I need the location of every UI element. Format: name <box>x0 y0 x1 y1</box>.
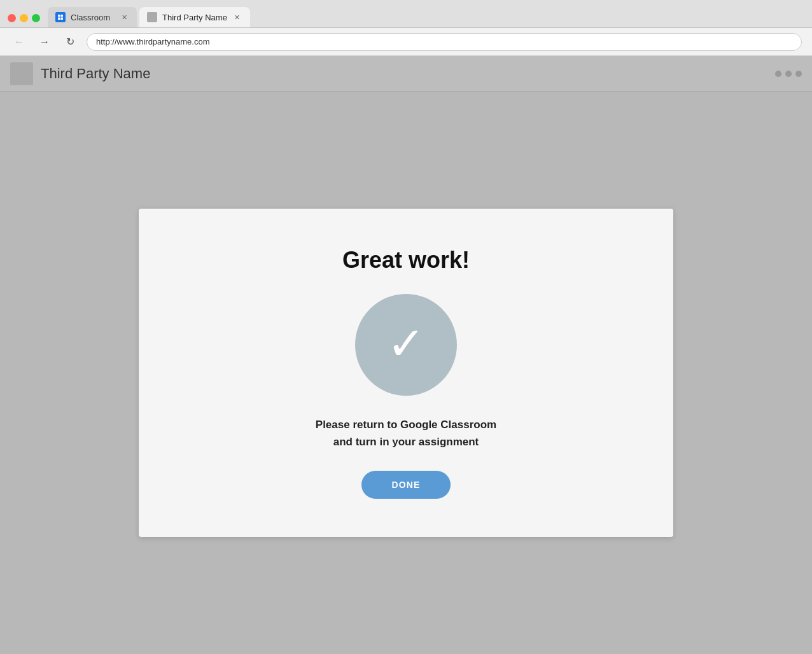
checkmark-icon: ✓ <box>387 321 425 366</box>
browser-window: Classroom ✕ Third Party Name ✕ ← → ↻ htt… <box>0 0 812 654</box>
address-bar[interactable]: http://www.thirdpartyname.com <box>87 33 802 51</box>
svg-rect-0 <box>58 15 60 17</box>
app-header-title: Third Party Name <box>41 66 150 82</box>
svg-rect-2 <box>58 18 60 20</box>
forward-icon: → <box>39 36 50 48</box>
checkmark-circle: ✓ <box>355 294 457 396</box>
card-title: Great work! <box>342 247 470 274</box>
tab-third-party-label: Third Party Name <box>162 13 227 22</box>
app-header: Third Party Name <box>0 56 812 92</box>
card-message: Please return to Google Classroom and tu… <box>316 416 496 450</box>
close-traffic-light[interactable] <box>8 14 16 22</box>
refresh-button[interactable]: ↻ <box>61 33 79 51</box>
main-content: Great work! ✓ Please return to Google Cl… <box>0 92 812 654</box>
header-dot-3 <box>795 71 802 77</box>
svg-rect-1 <box>61 15 64 17</box>
url-text: http://www.thirdpartyname.com <box>96 37 209 46</box>
forward-button[interactable]: → <box>36 33 53 51</box>
header-menu-dots[interactable] <box>775 71 802 77</box>
back-button[interactable]: ← <box>10 33 28 51</box>
app-logo-icon <box>10 62 33 85</box>
card-message-line1: Please return to Google Classroom <box>316 416 496 433</box>
toolbar: ← → ↻ http://www.thirdpartyname.com <box>0 28 812 56</box>
header-dot-2 <box>785 71 792 77</box>
classroom-favicon-icon <box>55 12 66 22</box>
refresh-icon: ↻ <box>66 36 74 48</box>
third-party-favicon-icon <box>147 12 157 22</box>
done-button[interactable]: DONE <box>361 471 451 499</box>
back-icon: ← <box>14 36 24 48</box>
tab-third-party-close[interactable]: ✕ <box>232 12 242 22</box>
header-dot-1 <box>775 71 781 77</box>
traffic-lights <box>8 14 40 22</box>
tab-classroom-close[interactable]: ✕ <box>119 12 129 22</box>
maximize-traffic-light[interactable] <box>32 14 40 22</box>
completion-card: Great work! ✓ Please return to Google Cl… <box>139 209 673 537</box>
svg-rect-3 <box>61 18 64 20</box>
minimize-traffic-light[interactable] <box>20 14 28 22</box>
tab-classroom-label: Classroom <box>71 13 110 22</box>
tab-classroom[interactable]: Classroom ✕ <box>48 7 137 27</box>
card-message-line2: and turn in your assignment <box>316 433 496 450</box>
tab-third-party[interactable]: Third Party Name ✕ <box>139 7 250 27</box>
title-bar: Classroom ✕ Third Party Name ✕ <box>0 0 812 28</box>
